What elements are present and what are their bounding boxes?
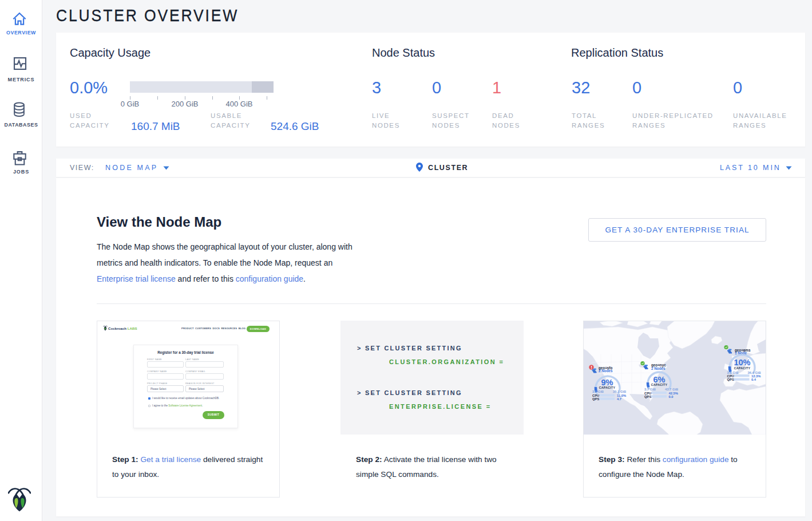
svg-text:12.3%: 12.3% — [751, 374, 760, 378]
svg-text:0.0: 0.0 — [669, 395, 674, 398]
svg-text:QPS: QPS — [727, 378, 734, 381]
svg-text:42.5%: 42.5% — [669, 392, 678, 395]
svg-text:35.1 GiB: 35.1 GiB — [613, 390, 626, 393]
svg-text:QPS: QPS — [644, 395, 651, 398]
svg-text:43.7 GiB: 43.7 GiB — [665, 388, 678, 391]
svg-text:2 Nodes: 2 Nodes — [599, 369, 613, 373]
svg-text:2 Nodes: 2 Nodes — [651, 366, 666, 370]
svg-text:3.2 GiB: 3.2 GiB — [592, 390, 604, 393]
svg-text:0.4: 0.4 — [751, 378, 756, 381]
svg-text:3.7 GiB: 3.7 GiB — [644, 388, 656, 391]
svg-text:4.7: 4.7 — [617, 397, 621, 401]
svg-text:CAPACITY: CAPACITY — [599, 386, 616, 389]
svg-text:CPU: CPU — [727, 374, 734, 378]
svg-text:CAPACITY: CAPACITY — [651, 383, 668, 386]
svg-text:QPS: QPS — [592, 397, 599, 401]
svg-text:CPU: CPU — [644, 392, 651, 395]
svg-text:CAPACITY: CAPACITY — [734, 366, 751, 370]
